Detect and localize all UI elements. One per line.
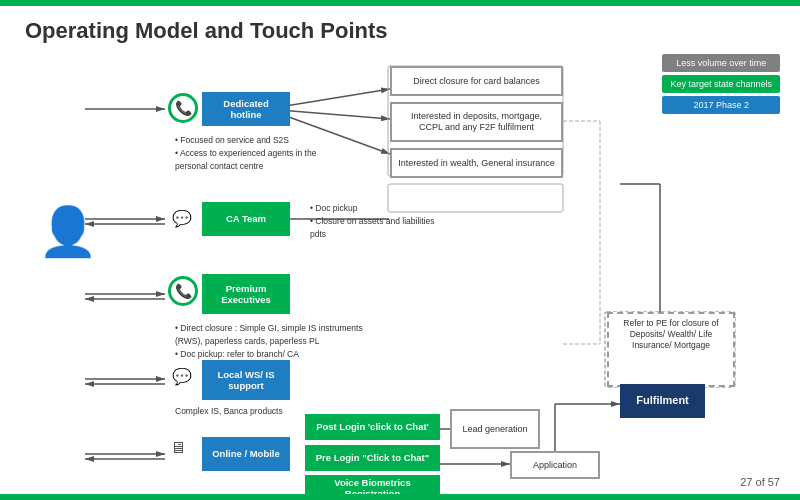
slide-title: Operating Model and Touch Points xyxy=(25,18,780,44)
box-interested-deposits: Interested in deposits, mortgage, CCPL a… xyxy=(390,102,563,142)
pe-bullets: Direct closure : Simple GI, simple IS in… xyxy=(175,322,375,360)
page-number: 27 of 57 xyxy=(740,476,780,488)
bottom-bar xyxy=(0,494,800,500)
phone-icon-pe: 📞 xyxy=(168,276,198,306)
complex-is-text: Complex IS, Banca products xyxy=(175,406,283,416)
box-ca-team: CA Team xyxy=(202,202,290,236)
top-bar xyxy=(0,0,800,6)
chat-icon-ca: 💬 xyxy=(168,204,196,232)
box-direct-closure: Direct closure for card balances xyxy=(390,66,563,96)
legend-2017: 2017 Phase 2 xyxy=(662,96,780,114)
hotline-bullets: Focused on service and S2S Access to exp… xyxy=(175,134,325,172)
box-lead-generation: Lead generation xyxy=(450,409,540,449)
box-refer-pe: Refer to PE for closure of Deposits/ Wea… xyxy=(607,312,735,387)
legend: Less volume over time Key target state c… xyxy=(662,54,780,114)
box-post-login: Post Login 'click to Chat' xyxy=(305,414,440,440)
ca-bullets: Doc pickup Closure on assets and liabili… xyxy=(310,202,440,240)
box-dedicated-hotline: Dedicated hotline xyxy=(202,92,290,126)
box-fulfilment: Fulfilment xyxy=(620,384,705,418)
box-application: Application xyxy=(510,451,600,479)
content-area: 📞 Dedicated hotline Focused on service a… xyxy=(20,54,780,494)
computer-icon: 🖥 xyxy=(170,439,186,457)
chat-icon-ws: 💬 xyxy=(168,362,196,390)
legend-less-volume: Less volume over time xyxy=(662,54,780,72)
box-local-ws: Local WS/ IS support xyxy=(202,360,290,400)
box-premium-exec: Premium Executives xyxy=(202,274,290,314)
phone-icon-hotline: 📞 xyxy=(168,93,198,123)
person-icon: 👤 xyxy=(38,204,98,260)
box-interested-wealth: Interested in wealth, General insurance xyxy=(390,148,563,178)
box-online-mobile: Online / Mobile xyxy=(202,437,290,471)
slide: Operating Model and Touch Points xyxy=(0,0,800,500)
box-pre-login: Pre Login "Click to Chat" xyxy=(305,445,440,471)
legend-key-target: Key target state channels xyxy=(662,75,780,93)
